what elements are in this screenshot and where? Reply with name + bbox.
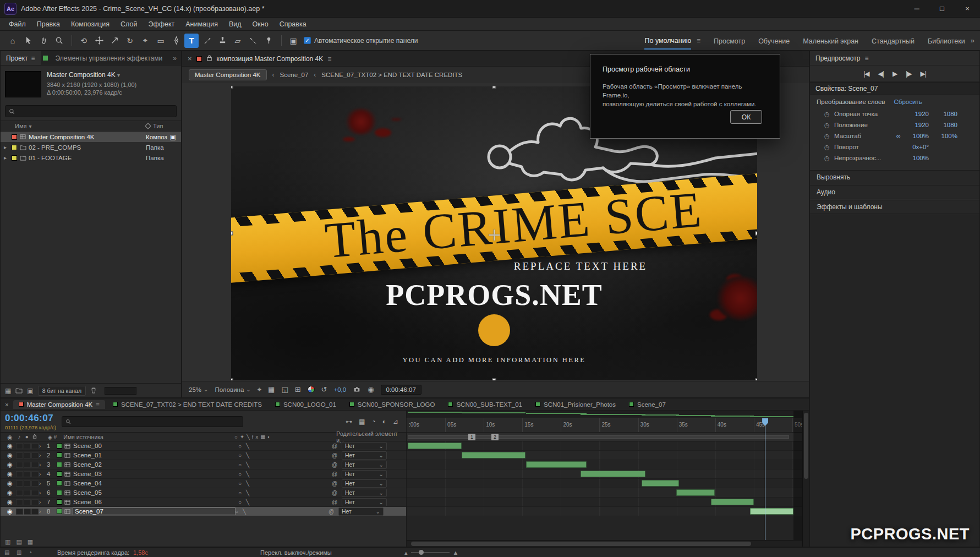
rotation-tool-icon[interactable]: ↻	[123, 34, 137, 48]
layer-row[interactable]: ◉›8Scene_07○╲@Нет⌄	[1, 507, 406, 516]
lock-toggle[interactable]	[31, 452, 39, 458]
menu-item[interactable]: Анимация	[180, 18, 223, 31]
solo-toggle[interactable]	[24, 499, 31, 505]
panel-icon[interactable]: ▣	[286, 34, 300, 48]
parent-pickwhip-icon[interactable]: @	[332, 490, 342, 496]
maximize-button[interactable]: □	[929, 0, 955, 17]
parent-pickwhip-icon[interactable]: @	[332, 443, 342, 449]
breadcrumb-leaf[interactable]: SCENE_07_TXT02 > END TEXT DATE CREDITS	[321, 72, 462, 78]
panel-menu-icon[interactable]: ≡	[31, 54, 35, 62]
layer-switches[interactable]: ○╲	[238, 490, 332, 496]
parent-pickwhip-icon[interactable]: @	[329, 509, 338, 515]
property-value[interactable]: 100%	[904, 155, 929, 161]
lock-toggle[interactable]	[31, 490, 39, 496]
menu-item[interactable]: Слой	[115, 18, 143, 31]
new-composition-icon[interactable]: ▣	[27, 387, 33, 395]
eye-icon[interactable]: ◉	[4, 470, 16, 478]
parent-dropdown[interactable]: Нет⌄	[342, 489, 387, 497]
eye-icon[interactable]: ◉	[4, 479, 16, 487]
timeline-timecode[interactable]: 0:00:46:07	[5, 413, 56, 424]
graph-editor-icon[interactable]: ⊿	[393, 418, 398, 425]
layer-switches[interactable]: ○╲	[238, 480, 332, 487]
parent-dropdown[interactable]: Нет⌄	[342, 451, 387, 460]
new-folder-icon[interactable]	[15, 387, 23, 394]
lock-toggle[interactable]	[31, 443, 39, 449]
property-value[interactable]: 1080	[932, 111, 957, 117]
solo-toggle[interactable]	[24, 443, 31, 449]
first-frame-button[interactable]: |◀	[863, 70, 869, 78]
workspace-tab[interactable]: По умолчанию	[644, 32, 691, 50]
layer-bar[interactable]	[581, 471, 645, 477]
solo-toggle[interactable]	[24, 471, 31, 477]
ok-button[interactable]: ОК	[730, 110, 762, 124]
status-toggle-icon[interactable]: ▤	[4, 548, 9, 557]
label-swatch[interactable]	[12, 134, 17, 140]
panel-section[interactable]: Аудио	[810, 185, 979, 199]
menu-item[interactable]: Справка	[274, 18, 312, 31]
timeline-tab[interactable]: SCN00_SUB-TEXT_01	[442, 400, 528, 409]
color-depth-button[interactable]: 8 бит на канал	[38, 386, 86, 396]
menu-item[interactable]: Файл	[3, 18, 31, 31]
layer-bar[interactable]	[462, 452, 525, 458]
layer-name[interactable]: Scene_03	[73, 471, 238, 477]
timeline-tab[interactable]: SCN00_LOGO_01	[270, 400, 342, 409]
project-search-input[interactable]	[5, 105, 177, 117]
workspace-tab[interactable]: Просмотр	[714, 32, 745, 49]
solo-toggle[interactable]	[24, 462, 31, 468]
composition-name[interactable]: Master Composition 4K ▾	[47, 71, 136, 79]
properties-panel-header[interactable]: Свойства: Scene_07	[810, 82, 979, 95]
close-button[interactable]: ×	[955, 0, 980, 17]
tab-project[interactable]: Проект ≡	[1, 51, 41, 65]
lock-toggle[interactable]	[31, 462, 39, 468]
layer-bar[interactable]	[526, 461, 587, 468]
audio-toggle[interactable]	[16, 490, 23, 496]
layer-color-swatch[interactable]	[57, 480, 62, 486]
layer-color-swatch[interactable]	[57, 452, 62, 458]
close-icon[interactable]: ×	[188, 54, 192, 63]
type-column-header[interactable]: Тип	[153, 123, 163, 129]
expand-switches-pane-icon[interactable]: ▥	[5, 538, 10, 545]
timeline-tab[interactable]: SCN00_SPONSOR_LOGO	[344, 400, 441, 409]
roto-brush-tool-icon[interactable]	[246, 34, 260, 48]
rectangle-tool-icon[interactable]: ▭	[154, 34, 168, 48]
parent-dropdown[interactable]: Нет⌄	[338, 507, 384, 516]
audio-toggle[interactable]	[16, 443, 23, 449]
menu-item[interactable]: Правка	[31, 18, 65, 31]
parent-dropdown[interactable]: Нет⌄	[342, 498, 387, 506]
lock-toggle[interactable]	[31, 499, 39, 505]
number-column-header[interactable]: #	[54, 434, 64, 440]
type-tool-icon[interactable]: T	[184, 34, 199, 48]
eraser-tool-icon[interactable]: ▱	[231, 34, 245, 48]
stopwatch-icon[interactable]: ◷	[824, 155, 834, 162]
grid-guides-icon[interactable]: ⊞	[295, 385, 301, 394]
layer-bar[interactable]	[642, 480, 680, 487]
link-icon[interactable]: ∞	[894, 133, 904, 139]
parent-pickwhip-icon[interactable]: @	[332, 499, 342, 505]
solo-toggle[interactable]	[24, 452, 31, 458]
workspace-overflow-icon[interactable]: »	[971, 36, 974, 45]
next-frame-button[interactable]: |▶	[906, 70, 911, 78]
mask-visibility-icon[interactable]: ◱	[281, 385, 288, 394]
layer-switches[interactable]: ○╲	[238, 499, 332, 505]
layer-name[interactable]: Scene_05	[73, 489, 238, 496]
layer-name[interactable]: Scene_01	[73, 452, 238, 458]
parent-dropdown[interactable]: Нет⌄	[342, 479, 387, 488]
reset-link[interactable]: Сбросить	[894, 99, 922, 105]
comp-marker[interactable]: 1	[468, 434, 475, 440]
disclosure-icon[interactable]: ›	[39, 480, 47, 487]
selection-handle[interactable]	[755, 232, 758, 236]
disclosure-icon[interactable]: ›	[39, 452, 47, 458]
solo-toggle[interactable]	[24, 490, 31, 496]
panel-tabs-overflow-icon[interactable]: »	[173, 54, 177, 62]
panel-menu-icon[interactable]: ≡	[864, 54, 868, 62]
panel-menu-icon[interactable]: ≡	[96, 401, 100, 408]
panel-menu-icon[interactable]: ≡	[327, 55, 331, 63]
timeline-track-area[interactable]: :00s05s10s15s20s25s30s35s40s45s50s 12	[407, 411, 802, 547]
parent-pickwhip-icon[interactable]: @	[332, 462, 342, 468]
zoom-in-mountain-icon[interactable]: ▲	[453, 548, 459, 557]
vertical-scrollbar-handle[interactable]	[804, 413, 808, 479]
previous-frame-button[interactable]: ◀|	[878, 70, 884, 78]
transparency-grid-icon[interactable]: ▦	[268, 385, 275, 394]
work-area-span[interactable]	[408, 435, 789, 439]
zoom-slider-track[interactable]	[411, 552, 450, 553]
